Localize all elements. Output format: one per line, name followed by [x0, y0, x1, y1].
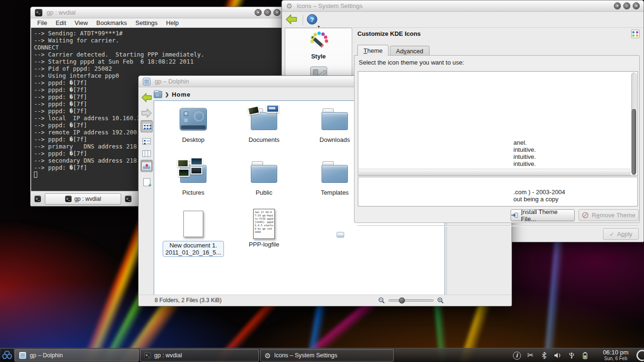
close-button[interactable]: ✕: [633, 2, 640, 9]
selected-theme-row[interactable]: [359, 169, 631, 176]
gear-icon: ⚙: [264, 352, 271, 359]
separator: [357, 225, 639, 226]
preview-button[interactable]: [140, 160, 153, 172]
file-label: Templates: [321, 189, 348, 196]
usb-tray-icon[interactable]: [567, 351, 576, 360]
details-view-button[interactable]: [140, 135, 153, 148]
terminal-window-title: gp : wvdial: [47, 9, 75, 16]
scissors-tray-icon[interactable]: ✂: [526, 351, 535, 360]
file-item[interactable]: Public: [229, 157, 299, 196]
back-arrow-icon: [141, 92, 152, 103]
taskbar-task-icons-system-settings[interactable]: ⚙Icons – System Settings: [260, 349, 394, 362]
maximize-button[interactable]: ○: [623, 2, 630, 9]
terminal-line: --> Waiting for carrier.: [34, 37, 281, 44]
menu-bookmarks[interactable]: Bookmarks: [96, 19, 127, 26]
icons-view-icon: [142, 123, 151, 130]
icon-theme-list[interactable]: anel.intuitive.intuitive.intuitive.: [358, 71, 638, 176]
new-tab-icon[interactable]: [34, 196, 41, 202]
panel-cashew-icon[interactable]: [635, 348, 644, 362]
theme-list-fragment: intuitive.: [513, 160, 536, 167]
close-button[interactable]: ✕: [273, 9, 281, 16]
home-folder-icon[interactable]: [154, 91, 162, 98]
folder-icon: [322, 161, 348, 183]
columns-view-button[interactable]: [140, 148, 153, 160]
remove-theme-button[interactable]: Remove Theme: [578, 209, 639, 221]
back-button[interactable]: [285, 13, 298, 26]
volume-tray-icon[interactable]: [553, 351, 562, 360]
columns-view-icon: [142, 150, 151, 157]
menu-edit[interactable]: Edit: [56, 19, 66, 26]
icon-theme-select-label: Select the icon theme you want to use:: [359, 59, 464, 66]
file-item[interactable]: Documents: [229, 105, 299, 143]
terminal-icon: [35, 9, 42, 16]
zoom-in-icon[interactable]: [437, 297, 444, 306]
tab-theme[interactable]: Theme: [357, 45, 388, 56]
battery-tray-icon[interactable]: [580, 351, 590, 360]
file-label: PPP-logfile: [249, 241, 279, 248]
dolphin-window-title: gp – Dolphin: [155, 78, 189, 85]
details-view-icon: [142, 138, 151, 145]
dolphin-icon: [19, 352, 26, 359]
page-title: Customize KDE Icons: [357, 30, 421, 37]
tab-list-icon[interactable]: [125, 196, 132, 202]
zoom-slider-knob[interactable]: [399, 297, 405, 304]
task-label: Icons – System Settings: [274, 352, 337, 359]
taskbar-task-gp-wvdial[interactable]: gp : wvdial: [140, 349, 259, 362]
dolphin-icon: [143, 78, 150, 85]
terminal-line: --> Carrier detected. Starting PPP immed…: [34, 51, 281, 58]
file-item[interactable]: Desktop: [158, 105, 229, 143]
minimize-button[interactable]: ▾: [255, 9, 262, 16]
scrollbar-handle[interactable]: [632, 109, 636, 175]
file-item[interactable]: New document 1. 2011_01_20_16_5...: [158, 209, 229, 257]
apply-button[interactable]: ✓ Apply: [603, 228, 639, 240]
file-label: Desktop: [182, 136, 205, 143]
breadcrumb: ❯ Home: [154, 89, 191, 100]
install-theme-button[interactable]: Install Theme File...: [511, 209, 575, 221]
menu-view[interactable]: View: [74, 19, 88, 26]
file-label: Downloads: [320, 136, 350, 143]
forward-button[interactable]: [140, 107, 153, 119]
terminal-line: --> Sending: ATDT*99***1#: [34, 30, 281, 37]
back-arrow-icon: [285, 13, 297, 25]
sidebar-item-style[interactable]: Style: [285, 28, 352, 60]
maximize-button[interactable]: ○: [264, 9, 271, 16]
clock[interactable]: 06:10 pm Sun, 6 Feb: [599, 349, 633, 362]
terminal-titlebar[interactable]: gp : wvdial ▾ ○ ✕: [31, 7, 284, 18]
forward-arrow-icon: [141, 107, 152, 119]
clock-date: Sun, 6 Feb: [599, 356, 633, 361]
system-settings-window-title: Icons – System Settings: [297, 2, 362, 9]
theme-description-box: .com ) - 2003-2004out being a copy: [358, 177, 638, 206]
bluetooth-tray-icon[interactable]: [539, 351, 549, 360]
system-settings-titlebar[interactable]: ⚙ Icons – System Settings ▾ ○ ✕: [282, 0, 644, 12]
theme-description-fragment: .com ) - 2003-2004: [513, 189, 565, 196]
split-view-button[interactable]: [140, 176, 153, 188]
tab-advanced[interactable]: Advanced: [390, 46, 429, 56]
icon-preview-grid: [631, 30, 640, 38]
zoom-slider[interactable]: [388, 299, 434, 302]
menu-settings[interactable]: Settings: [135, 19, 157, 26]
terminal-tab[interactable]: gp : wvdial: [45, 193, 121, 205]
menu-file[interactable]: File: [37, 19, 47, 26]
file-label: Public: [256, 189, 272, 196]
theme-list-fragment: intuitive.: [513, 146, 536, 153]
file-item[interactable]: Pictures: [158, 157, 229, 196]
zoom-out-icon[interactable]: [378, 297, 385, 306]
menu-help[interactable]: Help: [166, 19, 179, 26]
minimize-button[interactable]: ▾: [614, 2, 621, 9]
toolbar-separator: [303, 15, 303, 25]
file-preview-text: Jan 17 09:47:18 gp-Aspire-5738 pppd[1946…: [254, 209, 274, 235]
back-button[interactable]: [140, 91, 153, 104]
breadcrumb-home[interactable]: Home: [172, 91, 190, 98]
taskbar-task-gp-dolphin[interactable]: gp – Dolphin: [15, 349, 139, 362]
info-tray-icon[interactable]: i: [512, 351, 521, 360]
terminal-cursor: [34, 172, 37, 178]
terminal-icon: [144, 352, 151, 359]
file-item[interactable]: Jan 17 09:47:18 gp-Aspire-5738 pppd[1946…: [229, 209, 299, 248]
desktop: gp : wvdial ▾ ○ ✕ FileEditViewBookmarksS…: [0, 0, 644, 362]
icons-view-button[interactable]: [140, 120, 153, 132]
app-launcher-button[interactable]: [0, 349, 14, 362]
help-button[interactable]: ?: [307, 14, 317, 25]
scrollbar[interactable]: [631, 73, 636, 174]
clock-time: 06:10 pm: [599, 349, 633, 356]
terminal-menubar: FileEditViewBookmarksSettingsHelp: [31, 18, 284, 28]
